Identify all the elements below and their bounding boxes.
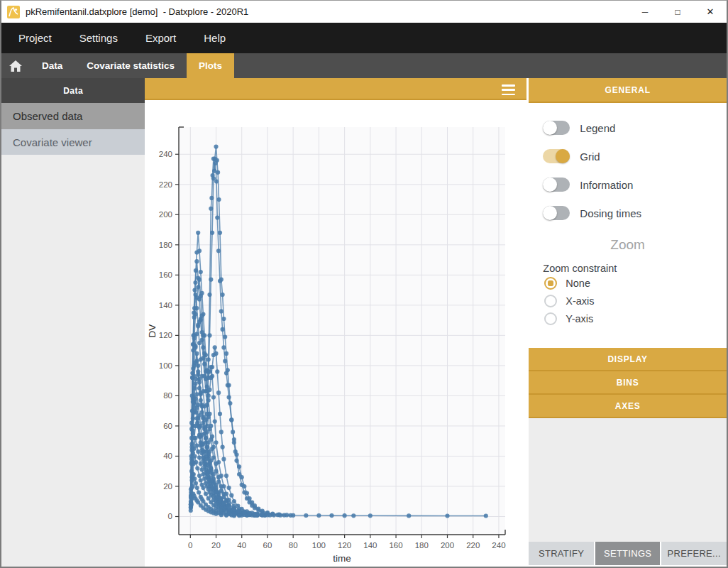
svg-text:200: 200 bbox=[441, 541, 454, 550]
zoom-constraint-none-label: None bbox=[566, 278, 590, 289]
bins-section-header[interactable]: BINS bbox=[529, 371, 727, 393]
svg-text:0: 0 bbox=[188, 541, 192, 550]
tab-stratify[interactable]: STRATIFY bbox=[529, 542, 594, 565]
tab-settings-bottom[interactable]: SETTINGS bbox=[595, 542, 661, 565]
svg-text:180: 180 bbox=[159, 241, 172, 249]
menu-project[interactable]: Project bbox=[18, 32, 52, 44]
window-controls: ─ □ ✕ bbox=[629, 1, 727, 23]
svg-text:20: 20 bbox=[164, 482, 173, 491]
svg-text:220: 220 bbox=[466, 541, 480, 550]
svg-text:100: 100 bbox=[312, 541, 326, 550]
svg-text:time: time bbox=[333, 553, 352, 564]
legend-toggle[interactable] bbox=[543, 121, 570, 135]
menu-bar: Project Settings Export Help bbox=[1, 23, 727, 53]
svg-text:240: 240 bbox=[159, 150, 172, 158]
sidebar-header-data: Data bbox=[1, 78, 145, 103]
settings-panel-filler bbox=[529, 418, 727, 542]
zoom-constraint-none-radio[interactable] bbox=[544, 277, 557, 290]
general-section-body: Legend Grid Information Dosing times Zoo… bbox=[529, 103, 727, 348]
maximize-button[interactable]: □ bbox=[661, 1, 694, 23]
main-tab-bar: Data Covariate statistics Plots bbox=[1, 53, 727, 78]
grid-toggle-row: Grid bbox=[529, 142, 727, 170]
sidebar-item-covariate-viewer[interactable]: Covariate viewer bbox=[1, 129, 145, 155]
observed-data-chart[interactable]: 0204060801001201401601802002202400204060… bbox=[145, 100, 526, 565]
dosing-times-toggle-label: Dosing times bbox=[580, 207, 641, 219]
legend-toggle-label: Legend bbox=[580, 122, 615, 134]
svg-text:80: 80 bbox=[164, 391, 173, 400]
zoom-constraint-label: Zoom constraint bbox=[529, 263, 727, 274]
settings-accordion: DISPLAY BINS AXES bbox=[529, 348, 727, 418]
svg-text:160: 160 bbox=[390, 541, 403, 550]
sidebar-item-observed-data[interactable]: Observed data bbox=[1, 103, 145, 129]
dosing-times-toggle-row: Dosing times bbox=[529, 199, 727, 227]
information-toggle-row: Information bbox=[529, 170, 727, 199]
sidebar-filler bbox=[1, 155, 145, 568]
zoom-constraint-yaxis-radio[interactable] bbox=[544, 312, 557, 325]
svg-text:0: 0 bbox=[168, 512, 172, 520]
title-bar: pkRemifentanil.datxplore [demo] - Datxpl… bbox=[1, 1, 727, 23]
information-toggle-label: Information bbox=[580, 179, 633, 191]
zoom-constraint-xaxis-row: X-axis bbox=[529, 293, 727, 310]
axes-section-header[interactable]: AXES bbox=[529, 395, 727, 417]
svg-text:80: 80 bbox=[289, 541, 298, 550]
window-title: pkRemifentanil.datxplore [demo] - Datxpl… bbox=[26, 6, 248, 17]
tab-data[interactable]: Data bbox=[30, 53, 75, 78]
information-toggle[interactable] bbox=[543, 178, 570, 192]
zoom-constraint-yaxis-label: Y-axis bbox=[566, 313, 593, 324]
svg-text:140: 140 bbox=[159, 301, 172, 310]
svg-text:200: 200 bbox=[159, 210, 172, 219]
home-button[interactable] bbox=[1, 53, 30, 78]
minimize-button[interactable]: ─ bbox=[629, 1, 661, 23]
svg-text:180: 180 bbox=[415, 541, 429, 550]
svg-text:60: 60 bbox=[263, 541, 272, 550]
app-window: pkRemifentanil.datxplore [demo] - Datxpl… bbox=[0, 0, 728, 568]
content-area: Data Observed data Covariate viewer 0204… bbox=[1, 78, 727, 568]
bottom-strip bbox=[529, 565, 727, 568]
menu-export[interactable]: Export bbox=[145, 32, 176, 44]
tab-preferences[interactable]: PREFERE... bbox=[661, 542, 727, 565]
svg-text:60: 60 bbox=[164, 422, 173, 430]
display-section-header[interactable]: DISPLAY bbox=[529, 348, 727, 370]
svg-text:100: 100 bbox=[159, 361, 172, 370]
zoom-constraint-xaxis-radio[interactable] bbox=[544, 295, 557, 307]
plot-header-bar bbox=[145, 78, 526, 100]
plot-area: 0204060801001201401601802002202400204060… bbox=[145, 100, 526, 568]
svg-text:DV: DV bbox=[147, 324, 158, 338]
menu-settings[interactable]: Settings bbox=[79, 32, 118, 44]
tab-covariate-statistics[interactable]: Covariate statistics bbox=[75, 53, 187, 78]
dosing-times-toggle[interactable] bbox=[543, 206, 570, 220]
zoom-section-title: Zoom bbox=[529, 237, 727, 253]
svg-text:240: 240 bbox=[492, 541, 506, 550]
bottom-tab-bar: STRATIFY SETTINGS PREFERE... bbox=[529, 542, 727, 565]
zoom-constraint-xaxis-label: X-axis bbox=[566, 295, 594, 307]
svg-text:40: 40 bbox=[238, 541, 247, 550]
grid-toggle[interactable] bbox=[543, 149, 570, 163]
svg-text:20: 20 bbox=[211, 541, 221, 550]
zoom-constraint-none-row: None bbox=[529, 275, 727, 292]
general-section-header[interactable]: GENERAL bbox=[529, 78, 727, 103]
svg-text:160: 160 bbox=[159, 271, 172, 279]
settings-panel: GENERAL Legend Grid Information Dosing t… bbox=[529, 78, 727, 568]
svg-text:40: 40 bbox=[164, 452, 173, 460]
svg-text:140: 140 bbox=[364, 541, 377, 550]
menu-help[interactable]: Help bbox=[204, 32, 226, 44]
plot-panel: 0204060801001201401601802002202400204060… bbox=[145, 78, 526, 568]
hamburger-menu-icon[interactable] bbox=[502, 84, 515, 95]
svg-text:120: 120 bbox=[338, 541, 351, 550]
svg-text:120: 120 bbox=[159, 331, 172, 339]
zoom-constraint-yaxis-row: Y-axis bbox=[529, 310, 727, 327]
grid-toggle-label: Grid bbox=[580, 151, 600, 163]
close-button[interactable]: ✕ bbox=[694, 1, 727, 23]
svg-text:220: 220 bbox=[159, 180, 172, 189]
home-icon bbox=[9, 60, 22, 72]
legend-toggle-row: Legend bbox=[529, 114, 727, 142]
datxplore-logo-icon bbox=[7, 6, 20, 18]
plots-sidebar: Data Observed data Covariate viewer bbox=[1, 78, 145, 568]
tab-plots[interactable]: Plots bbox=[187, 53, 234, 78]
